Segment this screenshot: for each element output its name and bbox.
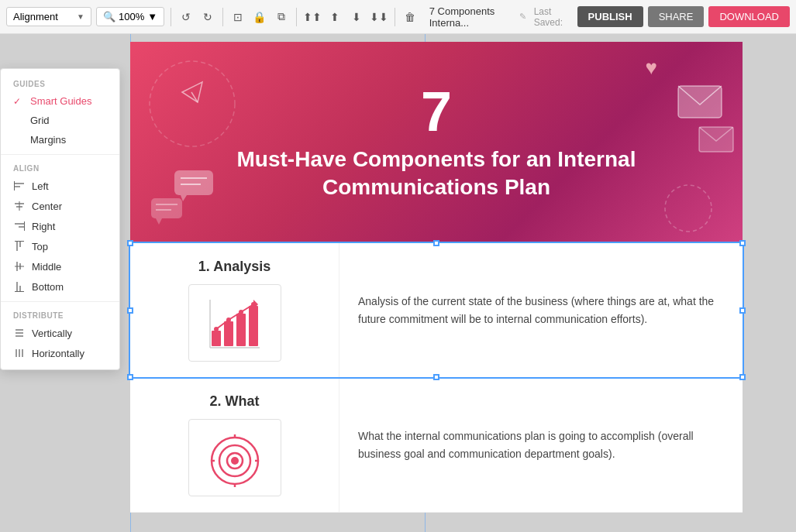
margins-label: Margins xyxy=(30,134,66,146)
align-right-item[interactable]: Right xyxy=(1,216,119,236)
send-back-button[interactable]: ⬇⬇ xyxy=(370,6,388,28)
zoom-chevron: ▼ xyxy=(147,11,157,22)
distribute-horizontally-item[interactable]: Horizontally xyxy=(1,343,119,363)
alignment-dropdown[interactable]: Alignment ▼ xyxy=(6,7,91,26)
toolbar: Alignment ▼ 🔍 100% ▼ ↺ ↻ ⊡ 🔒 ⧉ ⬆⬆ ⬆ ⬇ ⬇⬇… xyxy=(0,0,796,34)
analysis-chart-icon xyxy=(204,292,266,354)
svg-rect-16 xyxy=(19,286,21,291)
distribute-h-icon xyxy=(13,347,26,359)
copy-button[interactable]: ⧉ xyxy=(273,6,290,28)
svg-rect-0 xyxy=(15,183,24,184)
undo-button[interactable]: ↺ xyxy=(177,6,195,28)
distribute-vertically-item[interactable]: Vertically xyxy=(1,323,119,343)
document-title: 7 Components Interna... xyxy=(429,5,515,29)
distribute-h-label: Horizontally xyxy=(32,348,84,359)
item-2-left: 2. What xyxy=(130,378,339,512)
publish-button[interactable]: PUBLISH xyxy=(577,6,643,27)
svg-rect-6 xyxy=(15,223,24,225)
align-right-icon xyxy=(13,220,26,232)
item-1-right: Analysis of the current state of the bus… xyxy=(339,243,743,377)
last-saved-label: Last Saved: xyxy=(534,6,573,28)
grid-label: Grid xyxy=(30,115,50,126)
zoom-dropdown[interactable]: 🔍 100% ▼ xyxy=(96,7,164,26)
align-center-item[interactable]: Center xyxy=(1,196,119,216)
edit-title-icon[interactable]: ✎ xyxy=(519,12,526,22)
svg-rect-40 xyxy=(236,314,246,346)
svg-rect-41 xyxy=(249,306,258,346)
align-left-item[interactable]: Left xyxy=(1,176,119,196)
toolbar-right: PUBLISH SHARE DOWNLOAD xyxy=(577,6,790,27)
dropdown-chevron: ▼ xyxy=(77,12,84,21)
svg-rect-39 xyxy=(224,321,233,346)
align-left-icon xyxy=(13,180,26,192)
target-icon xyxy=(204,427,266,489)
deco-circle-outline xyxy=(146,57,239,150)
svg-rect-38 xyxy=(212,331,221,346)
svg-marker-32 xyxy=(156,218,162,225)
main-area: GUIDES ✓ Smart Guides Grid Margins ALIGN… xyxy=(0,34,796,532)
deco-heart: ♥ xyxy=(646,56,657,80)
crop-button[interactable]: ⊡ xyxy=(229,6,246,28)
download-button[interactable]: DOWNLOAD xyxy=(708,6,790,27)
item-1-title: 1. Analysis xyxy=(198,259,271,275)
item-2-icon-container xyxy=(188,419,281,496)
svg-rect-17 xyxy=(15,291,24,292)
margins-item[interactable]: Margins xyxy=(1,130,119,149)
svg-rect-21 xyxy=(16,349,17,357)
item-row-1: 1. Analysis xyxy=(130,243,743,378)
svg-rect-10 xyxy=(19,242,21,247)
distribute-section-label: DISTRIBUTE xyxy=(1,307,119,323)
svg-rect-1 xyxy=(15,186,20,187)
svg-rect-2 xyxy=(14,181,15,190)
separator-2 xyxy=(222,8,223,26)
align-center-label: Center xyxy=(32,201,62,212)
menu-divider-1 xyxy=(1,154,119,155)
svg-line-26 xyxy=(191,92,198,102)
items-section: 1. Analysis xyxy=(130,243,743,513)
svg-rect-23 xyxy=(22,349,23,357)
share-button[interactable]: SHARE xyxy=(648,6,705,27)
distribute-v-label: Vertically xyxy=(32,328,72,339)
align-bottom-icon xyxy=(13,280,26,293)
svg-rect-5 xyxy=(19,201,20,211)
svg-marker-25 xyxy=(182,82,202,102)
align-center-icon xyxy=(13,200,26,212)
redo-button[interactable]: ↻ xyxy=(199,6,216,28)
align-middle-icon xyxy=(13,260,26,273)
align-middle-item[interactable]: Middle xyxy=(1,256,119,276)
content-panel: ♥ xyxy=(130,42,743,513)
grid-item[interactable]: Grid xyxy=(1,111,119,130)
item-1-description: Analysis of the current state of the bus… xyxy=(358,293,724,328)
align-section-label: ALIGN xyxy=(1,160,119,176)
delete-button[interactable]: 🗑 xyxy=(401,6,419,28)
smart-guides-item[interactable]: ✓ Smart Guides xyxy=(1,91,119,111)
lock-button[interactable]: 🔒 xyxy=(251,6,268,28)
item-2-description: What the internal communications plan is… xyxy=(358,427,724,462)
align-top-icon xyxy=(13,240,26,252)
align-middle-label: Middle xyxy=(32,261,61,273)
distribute-v-icon xyxy=(13,327,26,339)
align-bottom-label: Bottom xyxy=(32,281,64,293)
bring-forward-button[interactable]: ⬆ xyxy=(326,6,343,28)
svg-rect-15 xyxy=(16,282,18,291)
svg-rect-22 xyxy=(19,349,20,357)
bring-front-button[interactable]: ⬆⬆ xyxy=(303,6,322,28)
svg-point-42 xyxy=(214,327,219,331)
smart-guides-label: Smart Guides xyxy=(30,95,91,107)
separator-4 xyxy=(395,8,395,26)
svg-point-24 xyxy=(150,61,235,146)
align-bottom-item[interactable]: Bottom xyxy=(1,276,119,297)
deco-paper-plane xyxy=(181,81,204,107)
svg-point-52 xyxy=(231,457,239,465)
svg-rect-14 xyxy=(15,266,24,267)
search-icon: 🔍 xyxy=(103,11,115,22)
svg-rect-20 xyxy=(16,335,23,337)
align-top-item[interactable]: Top xyxy=(1,236,119,256)
send-backward-button[interactable]: ⬇ xyxy=(348,6,365,28)
item-2-right: What the internal communications plan is… xyxy=(339,378,743,512)
separator-1 xyxy=(171,8,171,26)
hero-number: 7 xyxy=(421,84,452,139)
item-1-icon-container xyxy=(188,284,281,362)
check-icon: ✓ xyxy=(13,96,24,107)
svg-point-44 xyxy=(239,310,243,314)
